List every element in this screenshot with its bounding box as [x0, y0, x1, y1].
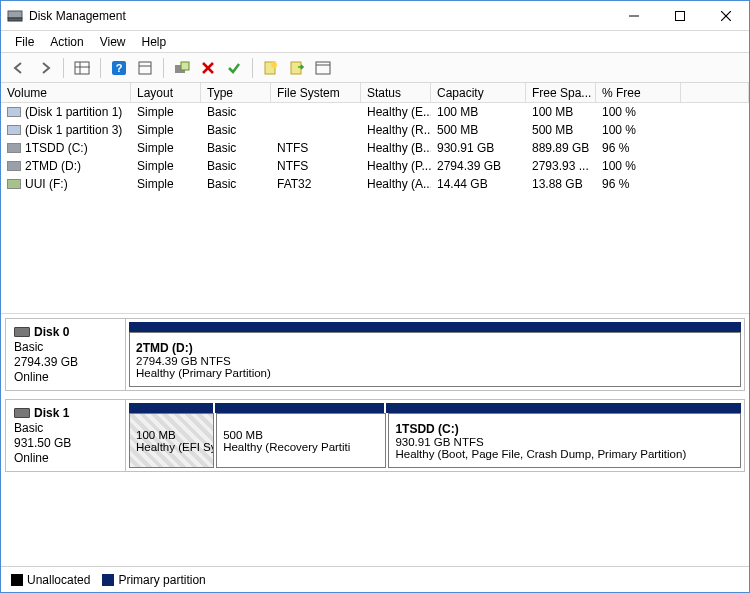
disk-type: Basic	[14, 340, 117, 354]
menu-action[interactable]: Action	[44, 33, 89, 51]
volume-status: Healthy (P...	[361, 157, 431, 175]
column-header-layout[interactable]: Layout	[131, 83, 201, 102]
volume-name: 2TMD (D:)	[25, 159, 81, 173]
volume-name: (Disk 1 partition 3)	[25, 123, 122, 137]
volume-layout: Simple	[131, 121, 201, 139]
volume-free: 889.89 GB	[526, 139, 596, 157]
volume-fs	[271, 121, 361, 139]
partition-boxes: 2TMD (D:)2794.39 GB NTFSHealthy (Primary…	[129, 332, 741, 387]
volume-layout: Simple	[131, 157, 201, 175]
disk[interactable]: Disk 0Basic2794.39 GBOnline2TMD (D:)2794…	[5, 318, 745, 391]
volume-row[interactable]: 1TSDD (C:)SimpleBasicNTFSHealthy (B...93…	[1, 139, 749, 157]
column-header-freespace[interactable]: Free Spa...	[526, 83, 596, 102]
volume-rows[interactable]: (Disk 1 partition 1)SimpleBasicHealthy (…	[1, 103, 749, 313]
column-header-extra[interactable]	[681, 83, 749, 102]
volume-type: Basic	[201, 139, 271, 157]
disk-name: Disk 1	[14, 406, 117, 420]
volume-fs	[271, 103, 361, 121]
refresh-button[interactable]	[133, 56, 157, 80]
partition-name: 2TMD (D:)	[136, 341, 734, 355]
partition-status: Healthy (Boot, Page File, Crash Dump, Pr…	[395, 448, 734, 460]
toolbar-separator	[63, 58, 64, 78]
volume-icon	[7, 125, 21, 135]
help-button[interactable]: ?	[107, 56, 131, 80]
properties-button[interactable]	[311, 56, 335, 80]
menu-file[interactable]: File	[9, 33, 40, 51]
volume-row[interactable]: (Disk 1 partition 3)SimpleBasicHealthy (…	[1, 121, 749, 139]
toolbar: ?	[1, 53, 749, 83]
disk-state: Online	[14, 451, 117, 465]
volume-free: 100 MB	[526, 103, 596, 121]
svg-rect-3	[676, 11, 685, 20]
maximize-button[interactable]	[657, 1, 703, 30]
volume-row[interactable]: 2TMD (D:)SimpleBasicNTFSHealthy (P...279…	[1, 157, 749, 175]
partition-box[interactable]: 100 MBHealthy (EFI Syste	[129, 413, 214, 468]
partition-status: Healthy (Primary Partition)	[136, 367, 734, 379]
svg-rect-19	[291, 62, 301, 74]
partition-band	[129, 403, 741, 413]
swatch-blue-icon	[102, 574, 114, 586]
volume-free: 2793.93 ...	[526, 157, 596, 175]
volume-capacity: 500 MB	[431, 121, 526, 139]
menu-bar: File Action View Help	[1, 31, 749, 53]
volume-free: 500 MB	[526, 121, 596, 139]
title-bar: Disk Management	[1, 1, 749, 31]
partition-detail: 500 MB	[223, 429, 379, 441]
minimize-button[interactable]	[611, 1, 657, 30]
menu-help[interactable]: Help	[136, 33, 173, 51]
partition-status: Healthy (EFI Syste	[136, 441, 207, 453]
disk-partitions: 100 MBHealthy (EFI Syste500 MBHealthy (R…	[126, 400, 744, 471]
svg-rect-6	[75, 62, 89, 74]
disk-layout-pane[interactable]: Disk 0Basic2794.39 GBOnline2TMD (D:)2794…	[1, 314, 749, 566]
volume-row[interactable]: UUI (F:)SimpleBasicFAT32Healthy (A...14.…	[1, 175, 749, 193]
menu-view[interactable]: View	[94, 33, 132, 51]
close-button[interactable]	[703, 1, 749, 30]
check-button[interactable]	[222, 56, 246, 80]
volume-row[interactable]: (Disk 1 partition 1)SimpleBasicHealthy (…	[1, 103, 749, 121]
volume-layout: Simple	[131, 103, 201, 121]
app-icon	[7, 8, 23, 24]
column-header-filesystem[interactable]: File System	[271, 83, 361, 102]
column-header-status[interactable]: Status	[361, 83, 431, 102]
legend-primary-label: Primary partition	[118, 573, 205, 587]
volume-pctfree: 100 %	[596, 121, 681, 139]
partition-box[interactable]: 500 MBHealthy (Recovery Partiti	[216, 413, 386, 468]
volume-capacity: 100 MB	[431, 103, 526, 121]
volume-pctfree: 96 %	[596, 139, 681, 157]
column-header-volume[interactable]: Volume	[1, 83, 131, 102]
volume-capacity: 14.44 GB	[431, 175, 526, 193]
back-button[interactable]	[7, 56, 31, 80]
partition-box[interactable]: 1TSDD (C:)930.91 GB NTFSHealthy (Boot, P…	[388, 413, 741, 468]
volume-status: Healthy (A...	[361, 175, 431, 193]
volume-capacity: 930.91 GB	[431, 139, 526, 157]
svg-rect-14	[181, 62, 189, 70]
toolbar-separator	[100, 58, 101, 78]
volume-fs: FAT32	[271, 175, 361, 193]
disk[interactable]: Disk 1Basic931.50 GBOnline100 MBHealthy …	[5, 399, 745, 472]
forward-button[interactable]	[33, 56, 57, 80]
legend-primary: Primary partition	[102, 573, 205, 587]
volume-name: (Disk 1 partition 1)	[25, 105, 122, 119]
volume-status: Healthy (E...	[361, 103, 431, 121]
new-button[interactable]	[259, 56, 283, 80]
partition-name: 1TSDD (C:)	[395, 422, 734, 436]
svg-point-18	[271, 62, 277, 68]
window-buttons	[611, 1, 749, 30]
column-header-type[interactable]: Type	[201, 83, 271, 102]
volume-free: 13.88 GB	[526, 175, 596, 193]
export-button[interactable]	[285, 56, 309, 80]
partition-detail: 100 MB	[136, 429, 207, 441]
column-header-pctfree[interactable]: % Free	[596, 83, 681, 102]
volume-type: Basic	[201, 157, 271, 175]
show-hide-console-button[interactable]	[70, 56, 94, 80]
volume-pctfree: 96 %	[596, 175, 681, 193]
volume-status: Healthy (B...	[361, 139, 431, 157]
volume-status: Healthy (R...	[361, 121, 431, 139]
partition-box[interactable]: 2TMD (D:)2794.39 GB NTFSHealthy (Primary…	[129, 332, 741, 387]
volume-name: UUI (F:)	[25, 177, 68, 191]
column-header-capacity[interactable]: Capacity	[431, 83, 526, 102]
delete-button[interactable]	[196, 56, 220, 80]
settings-button[interactable]	[170, 56, 194, 80]
volume-icon	[7, 143, 21, 153]
disk-name: Disk 0	[14, 325, 117, 339]
